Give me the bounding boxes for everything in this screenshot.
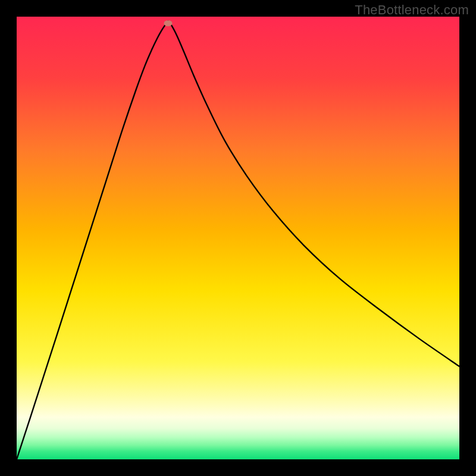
bottleneck-chart [17, 17, 459, 459]
minimum-marker [164, 20, 172, 26]
watermark-label: TheBottleneck.com [355, 2, 469, 18]
chart-frame: TheBottleneck.com [0, 0, 476, 476]
plot-area [17, 17, 459, 459]
gradient-background [17, 17, 459, 459]
